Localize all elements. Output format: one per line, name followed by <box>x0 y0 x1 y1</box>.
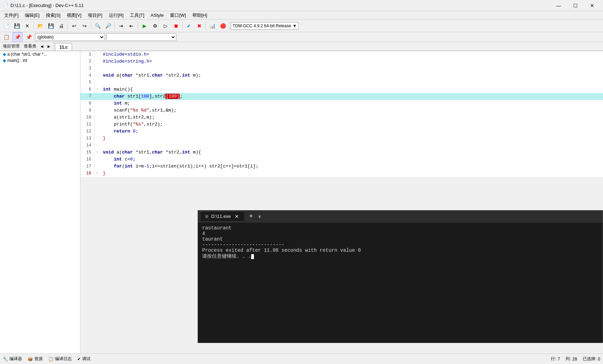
terminal-dropdown-button[interactable]: ∨ <box>258 214 261 219</box>
maximize-button[interactable]: ☐ <box>567 0 583 11</box>
debug-button[interactable]: ✔ <box>184 21 194 31</box>
chevron-down-icon: ▼ <box>292 23 297 28</box>
code-editor[interactable]: 1 #include<stdio.h> 2 #include<string.h>… <box>80 51 603 177</box>
terminal-line-0: rastaurant <box>202 225 598 231</box>
menu-file[interactable]: 文件[F] <box>1 12 21 19</box>
code-line-14: 14 <box>80 142 603 149</box>
code-line-2: 2 #include<string.h> <box>80 58 603 65</box>
status-bar: 🔧 编译器 📦 资源 📋 编译日志 ✔ 调试 行: 7 列: 28 已选择: 0 <box>0 354 603 364</box>
resource-icon: 📦 <box>28 357 33 362</box>
compiler-icon: 🔧 <box>3 357 8 362</box>
sep8 <box>229 22 229 30</box>
close-file-button[interactable]: ✕ <box>22 21 32 31</box>
new-file-button[interactable]: 📄 <box>1 21 11 31</box>
prev-tab-button[interactable]: ◀ <box>39 44 45 49</box>
project-mgr-tab[interactable]: 项目管理 <box>1 43 21 50</box>
class-view-tab[interactable]: 查看类 <box>22 43 38 50</box>
next-tab-button[interactable]: ▶ <box>46 44 52 49</box>
indent-button[interactable]: ⇥ <box>116 21 126 31</box>
terminal-tab[interactable]: ⊞ D:\11.exe ✕ <box>201 212 244 221</box>
tree-item-1[interactable]: ◆ main() : int <box>0 57 80 64</box>
col-value: 28 <box>573 357 577 362</box>
terminal-line-5: 请按任意键继续. . . <box>202 253 598 259</box>
run-button[interactable]: ▷ <box>161 21 170 31</box>
close-button[interactable]: ✕ <box>584 0 600 11</box>
sep3 <box>91 22 91 30</box>
code-line-12: 12 return 0; <box>80 128 603 135</box>
code-line-4: 4 void a(char *str1,char *str2,int m); <box>80 72 603 79</box>
col-label: 列: <box>566 356 571 362</box>
stop-button[interactable]: ⏹ <box>171 21 181 31</box>
find-button[interactable]: 🔍 <box>93 21 102 31</box>
menu-search[interactable]: 搜索[S] <box>43 12 63 19</box>
code-line-3: 3 <box>80 65 603 72</box>
selected-label: 已选择: <box>583 356 596 362</box>
code-line-15: 15 − void a(char *str1,char *str2,int m)… <box>80 149 603 156</box>
debug-label: 调试 <box>82 356 91 362</box>
tb2-btn2[interactable]: 📌 <box>13 32 22 42</box>
redo-button[interactable]: ↪ <box>80 21 90 31</box>
menu-project[interactable]: 项目[P] <box>85 12 105 19</box>
globals-dropdown[interactable]: (globals) <box>35 33 105 41</box>
print-button[interactable]: 🖨 <box>56 21 66 31</box>
code-line-8: 8 int m; <box>80 100 603 107</box>
code-line-6: 6 − int main(){ <box>80 86 603 93</box>
debug-icon: ✔ <box>77 357 81 362</box>
stop-debug-button[interactable]: ✖ <box>194 21 204 31</box>
menu-astyle[interactable]: AStyle <box>148 12 167 19</box>
terminal-cursor <box>251 254 254 259</box>
code-line-1: 1 #include<stdio.h> <box>80 51 603 58</box>
menu-window[interactable]: 窗口[W] <box>167 12 189 19</box>
tb2-btn1[interactable]: 📋 <box>1 32 11 42</box>
unindent-button[interactable]: ⇤ <box>127 21 136 31</box>
title-bar-icon: 📄 <box>3 3 8 8</box>
terminal-line-3: ---------------------------- <box>202 242 598 248</box>
title-bar: 📄 D:\11.c - [Executing] - Dev-C++ 5.11 —… <box>0 0 603 11</box>
terminal-tab-bar: ⊞ D:\11.exe ✕ + ∨ <box>198 210 603 222</box>
code-line-7: 7 char str1[100],str2[100]; <box>80 93 603 100</box>
terminal-line-1: 4 <box>202 231 598 236</box>
terminal-body: rastaurant 4 taurant -------------------… <box>198 222 603 343</box>
menu-view[interactable]: 视图[V] <box>64 12 84 19</box>
terminal-tab-icon: ⊞ <box>205 214 208 219</box>
terminal-close-button[interactable]: ✕ <box>234 213 240 220</box>
check-button[interactable]: 🔴 <box>218 21 228 31</box>
terminal-tab-title: D:\11.exe <box>211 214 231 219</box>
open-button[interactable]: 📂 <box>35 21 45 31</box>
compiler-label: 编译器 <box>9 356 22 362</box>
file-tab[interactable]: 11.c <box>55 43 72 51</box>
scope-dropdown[interactable] <box>106 33 176 41</box>
menu-help[interactable]: 帮助[H] <box>190 12 210 19</box>
selected-value: 0 <box>598 357 600 362</box>
save-all-button[interactable]: 💾 <box>46 21 56 31</box>
secondary-toolbar: 📋 📌 📌 (globals) <box>0 32 603 42</box>
menu-run[interactable]: 运行[R] <box>106 12 127 19</box>
compile-button[interactable]: ⚙ <box>150 21 160 31</box>
terminal-window: ⊞ D:\11.exe ✕ + ∨ rastaurant 4 taurant -… <box>198 210 603 343</box>
code-line-18: 18 − } <box>80 170 603 177</box>
tb2-btn3[interactable]: 📌 <box>24 32 34 42</box>
save-button[interactable]: 💾 <box>12 21 22 31</box>
compile-run-button[interactable]: ▶ <box>140 21 149 31</box>
code-line-17: 17 for(int i=m-1;i<=strlen(str1);i++) st… <box>80 163 603 170</box>
tree-item-0[interactable]: ◆ a (char *str1, char *... <box>0 51 80 57</box>
undo-button[interactable]: ↩ <box>69 21 79 31</box>
code-line-13: 13 } <box>80 135 603 142</box>
sep2 <box>68 22 68 30</box>
menu-edit[interactable]: 编辑[E] <box>22 12 42 19</box>
compiler-dropdown[interactable]: TDM-GCC 4.9.2 64-bit Release ▼ <box>231 22 298 30</box>
row-value: 7 <box>558 357 560 362</box>
code-line-10: 10 a(str1,str2,m); <box>80 114 603 121</box>
terminal-line-2: taurant <box>202 236 598 242</box>
terminal-add-button[interactable]: + <box>247 212 255 221</box>
minimize-button[interactable]: — <box>551 0 567 11</box>
code-line-16: 16 int c=0; <box>80 156 603 163</box>
editor-area[interactable]: 1 #include<stdio.h> 2 #include<string.h>… <box>80 51 603 354</box>
sep5 <box>138 22 138 30</box>
replace-button[interactable]: 🔎 <box>103 21 113 31</box>
menu-bar: 文件[F] 编辑[E] 搜索[S] 视图[V] 项目[P] 运行[R] 工具[T… <box>0 11 603 20</box>
code-line-9: 9 scanf("%s %d",str1,&m); <box>80 107 603 114</box>
profile-button[interactable]: 📊 <box>207 21 217 31</box>
menu-tools[interactable]: 工具[T] <box>127 12 147 19</box>
compilelog-icon: 📋 <box>48 357 54 362</box>
